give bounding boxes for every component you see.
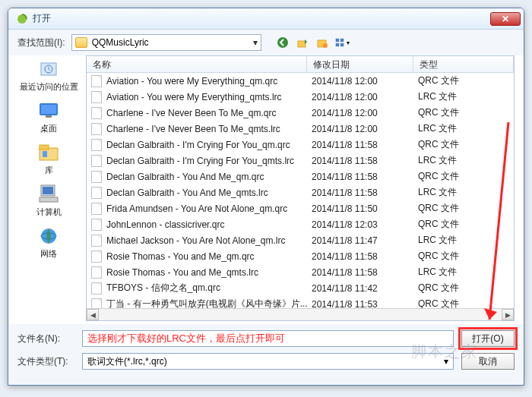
- file-type: QRC 文件: [418, 250, 459, 263]
- bottom-panel: 文件名(N): 打开(O) 文件类型(T): 歌词文件(*.lrc,*.qrc)…: [8, 324, 524, 385]
- file-row[interactable]: JohnLennon - classicriver.qrc2014/11/8 1…: [87, 216, 514, 232]
- col-date[interactable]: 修改日期: [307, 56, 413, 72]
- scroll-right-button[interactable]: ▶: [502, 309, 514, 320]
- file-date: 2014/11/8 11:58: [312, 172, 418, 182]
- file-row[interactable]: Aviation - You were My Everything_qmts.l…: [87, 89, 514, 105]
- file-type: LRC 文件: [418, 234, 457, 247]
- desktop-icon: [36, 100, 61, 121]
- file-row[interactable]: Charlene - I've Never Been To Me_qm.qrc2…: [87, 105, 514, 121]
- svg-point-4: [323, 43, 328, 48]
- svg-rect-8: [340, 43, 344, 46]
- svg-rect-16: [43, 151, 47, 157]
- file-list[interactable]: Aviation - You were My Everything_qm.qrc…: [87, 73, 514, 308]
- file-row[interactable]: Rosie Thomas - You and Me_qmts.lrc2014/1…: [87, 264, 514, 280]
- file-icon: [91, 266, 102, 279]
- file-name: Charlene - I've Never Been To Me_qmts.lr…: [106, 124, 312, 134]
- file-date: 2014/11/8 12:03: [312, 219, 418, 230]
- file-name: Rosie Thomas - You and Me_qm.qrc: [106, 251, 312, 262]
- file-type: LRC 文件: [418, 186, 457, 199]
- sidebar-libraries[interactable]: 库: [35, 140, 62, 178]
- file-date: 2014/11/8 12:00: [312, 108, 418, 118]
- file-name: Rosie Thomas - You and Me_qmts.lrc: [106, 267, 312, 278]
- file-list-area: 名称 修改日期 类型 Aviation - You were My Everyt…: [86, 55, 515, 321]
- filename-input[interactable]: [82, 330, 454, 347]
- file-name: Frida Amundsen - You Are Not Alone_qm.qr…: [106, 203, 312, 214]
- file-name: Declan Galbraith - I'm Crying For You_qm…: [106, 140, 312, 150]
- filename-label: 文件名(N):: [17, 332, 74, 345]
- svg-rect-7: [335, 43, 338, 46]
- file-row[interactable]: Rosie Thomas - You and Me_qm.qrc2014/11/…: [87, 248, 514, 264]
- filetype-dropdown[interactable]: 歌词文件(*.lrc,*.qrc) ▾: [82, 353, 454, 370]
- file-row[interactable]: TFBOYS - 信仰之名_qm.qrc2014/11/8 11:42QRC 文…: [87, 280, 514, 296]
- col-name[interactable]: 名称: [87, 56, 307, 72]
- svg-rect-19: [40, 197, 58, 202]
- file-name: JohnLennon - classicriver.qrc: [106, 219, 312, 230]
- file-date: 2014/11/8 12:00: [312, 92, 418, 102]
- file-icon: [91, 91, 102, 103]
- file-type: LRC 文件: [418, 154, 457, 167]
- sidebar-desktop[interactable]: 桌面: [35, 99, 62, 136]
- folder-icon: [75, 37, 87, 48]
- file-row[interactable]: Charlene - I've Never Been To Me_qmts.lr…: [87, 121, 514, 137]
- open-dialog: 打开 ✕ 查找范围(I): QQMusicLyric ▾ ▾ 最近访问的位置 桌…: [8, 8, 524, 386]
- file-icon: [91, 123, 102, 135]
- sidebar-recent[interactable]: 最近访问的位置: [18, 57, 80, 94]
- view-menu-button[interactable]: ▾: [334, 35, 350, 50]
- col-type[interactable]: 类型: [413, 56, 514, 72]
- sidebar-computer[interactable]: 计算机: [35, 182, 63, 219]
- file-name: Charlene - I've Never Been To Me_qm.qrc: [106, 108, 312, 118]
- file-icon: [91, 250, 102, 263]
- svg-rect-18: [43, 187, 53, 194]
- file-date: 2014/11/8 11:58: [312, 187, 418, 198]
- file-name: Aviation - You were My Everything_qm.qrc: [106, 76, 312, 87]
- svg-rect-6: [340, 39, 344, 42]
- file-row[interactable]: 丁当 - 有一种勇气叫放弃(电视剧《风中奇缘》片...2014/11/8 11:…: [87, 296, 514, 308]
- new-folder-button[interactable]: [315, 35, 330, 50]
- file-type: QRC 文件: [418, 282, 459, 295]
- file-date: 2014/11/8 11:50: [312, 203, 418, 214]
- file-row[interactable]: Declan Galbraith - I'm Crying For You_qm…: [87, 137, 514, 153]
- file-type: QRC 文件: [418, 202, 459, 215]
- svg-rect-15: [40, 145, 49, 150]
- file-name: Declan Galbraith - You And Me_qmts.lrc: [106, 187, 312, 198]
- svg-rect-5: [335, 39, 338, 42]
- scroll-track[interactable]: [99, 309, 502, 320]
- file-date: 2014/11/8 11:58: [312, 156, 418, 166]
- window-title: 打开: [33, 12, 490, 25]
- file-row[interactable]: Declan Galbraith - You And Me_qm.qrc2014…: [87, 169, 514, 184]
- file-date: 2014/11/8 11:58: [312, 267, 418, 278]
- filetype-label: 文件类型(T):: [17, 355, 74, 368]
- file-type: LRC 文件: [418, 266, 457, 279]
- back-button[interactable]: [275, 35, 290, 50]
- file-icon: [91, 107, 102, 119]
- file-icon: [91, 75, 102, 87]
- file-date: 2014/11/8 11:47: [312, 235, 418, 246]
- file-row[interactable]: Aviation - You were My Everything_qm.qrc…: [87, 73, 514, 89]
- file-type: QRC 文件: [418, 298, 459, 308]
- horizontal-scrollbar[interactable]: ◀ ▶: [87, 308, 514, 320]
- file-icon: [91, 171, 102, 183]
- file-row[interactable]: Declan Galbraith - I'm Crying For You_qm…: [87, 153, 514, 169]
- file-row[interactable]: Michael Jackson - You Are Not Alone_qm.l…: [87, 232, 514, 248]
- file-date: 2014/11/8 11:42: [312, 283, 418, 294]
- close-button[interactable]: ✕: [490, 12, 521, 26]
- up-button[interactable]: [295, 35, 310, 50]
- scroll-left-button[interactable]: ◀: [87, 309, 99, 320]
- places-sidebar: 最近访问的位置 桌面 库 计算机 网络: [17, 55, 80, 321]
- file-type: LRC 文件: [418, 122, 457, 135]
- svg-rect-12: [41, 105, 56, 114]
- file-name: TFBOYS - 信仰之名_qm.qrc: [106, 282, 312, 295]
- path-dropdown[interactable]: QQMusicLyric ▾: [71, 34, 261, 51]
- file-icon: [91, 203, 102, 215]
- toolbar-buttons: ▾: [275, 35, 350, 50]
- file-row[interactable]: Declan Galbraith - You And Me_qmts.lrc20…: [87, 184, 514, 200]
- network-icon: [36, 225, 61, 247]
- file-icon: [91, 235, 102, 247]
- open-button[interactable]: 打开(O): [461, 330, 515, 347]
- file-row[interactable]: Frida Amundsen - You Are Not Alone_qm.qr…: [87, 200, 514, 216]
- file-icon: [91, 298, 102, 309]
- file-type: QRC 文件: [418, 138, 459, 151]
- cancel-button[interactable]: 取消: [461, 353, 515, 370]
- toolbar: 查找范围(I): QQMusicLyric ▾ ▾: [8, 30, 524, 55]
- sidebar-network[interactable]: 网络: [35, 224, 62, 261]
